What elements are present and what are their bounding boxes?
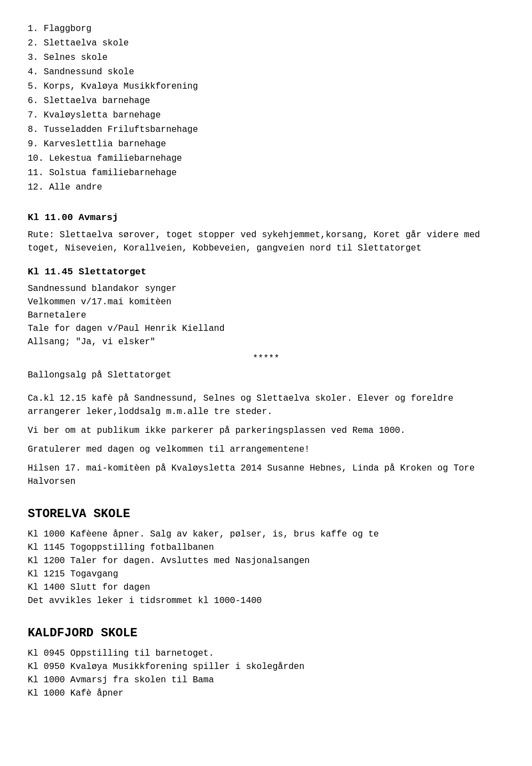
gratulerer-text: Gratulerer med dagen og velkommen til ar…: [28, 443, 504, 456]
list-item: 4. Sandnessund skole: [28, 65, 504, 79]
slettatorget-line: Tale for dagen v/Paul Henrik Kielland: [28, 322, 504, 335]
list-item: 11. Solstua familiebarnehage: [28, 166, 504, 180]
list-item: 10. Lekestua familiebarnehage: [28, 152, 504, 165]
kaldfjord-line: Kl 1000 Kafè åpner: [28, 687, 504, 700]
slettatorget-lines: Sandnessund blandakor syngerVelkommen v/…: [28, 282, 504, 382]
list-item: 2. Slettaelva skole: [28, 37, 504, 50]
hilsen-text: Hilsen 17. mai-komitèen på Kvaløysletta …: [28, 462, 504, 488]
storelva-line: Kl 1000 Kafèene åpner. Salg av kaker, pø…: [28, 528, 504, 541]
list-item: 7. Kvaløysletta barnehage: [28, 109, 504, 122]
kaldfjord-section: KALDFJORD SKOLE Kl 0945 Oppstilling til …: [28, 624, 504, 700]
list-item: 1. Flaggborg: [28, 22, 504, 35]
list-item: 12. Alle andre: [28, 181, 504, 194]
list-item: 6. Slettaelva barnehage: [28, 94, 504, 108]
storelva-line: Kl 1215 Togavgang: [28, 568, 504, 581]
storelva-lines: Kl 1000 Kafèene åpner. Salg av kaker, pø…: [28, 528, 504, 607]
slettatorget-line: Barnetalere: [28, 309, 504, 322]
stars: *****: [28, 352, 504, 365]
storelva-line: Kl 1200 Taler for dagen. Avsluttes med N…: [28, 554, 504, 568]
kaldfjord-heading: KALDFJORD SKOLE: [28, 624, 504, 642]
kaldfjord-line: Kl 0950 Kvaløya Musikkforening spiller i…: [28, 660, 504, 673]
list-item: 8. Tusseladden Friluftsbarnehage: [28, 123, 504, 136]
storelva-line: Det avvikles leker i tidsrommet kl 1000-…: [28, 594, 504, 607]
numbered-list: 1. Flaggborg2. Slettaelva skole3. Selnes…: [28, 22, 504, 194]
avmarsj-section: Kl 11.00 Avmarsj Rute: Slettaelva sørove…: [28, 211, 504, 255]
parking-text: Vi ber om at publikum ikke parkerer på p…: [28, 424, 504, 437]
avmarsj-body: Rute: Slettaelva sørover, toget stopper …: [28, 228, 504, 255]
list-item: 3. Selnes skole: [28, 51, 504, 64]
list-item: 5. Korps, Kvaløya Musikkforening: [28, 80, 504, 93]
avmarsj-heading: Kl 11.00 Avmarsj: [28, 211, 504, 225]
slettatorget-line: Sandnessund blandakor synger: [28, 282, 504, 295]
storelva-section: STORELVA SKOLE Kl 1000 Kafèene åpner. Sa…: [28, 505, 504, 607]
kaldfjord-lines: Kl 0945 Oppstilling til barnetoget.Kl 09…: [28, 647, 504, 700]
slettatorget-line: Velkommen v/17.mai komitèen: [28, 295, 504, 309]
kaldfjord-line: Kl 1000 Avmarsj fra skolen til Bama: [28, 673, 504, 687]
storelva-heading: STORELVA SKOLE: [28, 505, 504, 523]
slettatorget-line: Allsang; "Ja, vi elsker": [28, 335, 504, 349]
storelva-line: Kl 1400 Slutt for dagen: [28, 581, 504, 594]
cafe-text: Ca.kl 12.15 kafè på Sandnessund, Selnes …: [28, 392, 504, 418]
main-content: 1. Flaggborg2. Slettaelva skole3. Selnes…: [28, 22, 504, 700]
slettatorget-section: Kl 11.45 Slettatorget Sandnessund blanda…: [28, 265, 504, 382]
kaldfjord-line: Kl 0945 Oppstilling til barnetoget.: [28, 647, 504, 660]
list-item: 9. Karveslettlia barnehage: [28, 137, 504, 151]
storelva-line: Kl 1145 Togoppstilling fotballbanen: [28, 541, 504, 554]
slettatorget-heading: Kl 11.45 Slettatorget: [28, 265, 504, 279]
slettatorget-line: Ballongsalg på Slettatorget: [28, 369, 504, 382]
